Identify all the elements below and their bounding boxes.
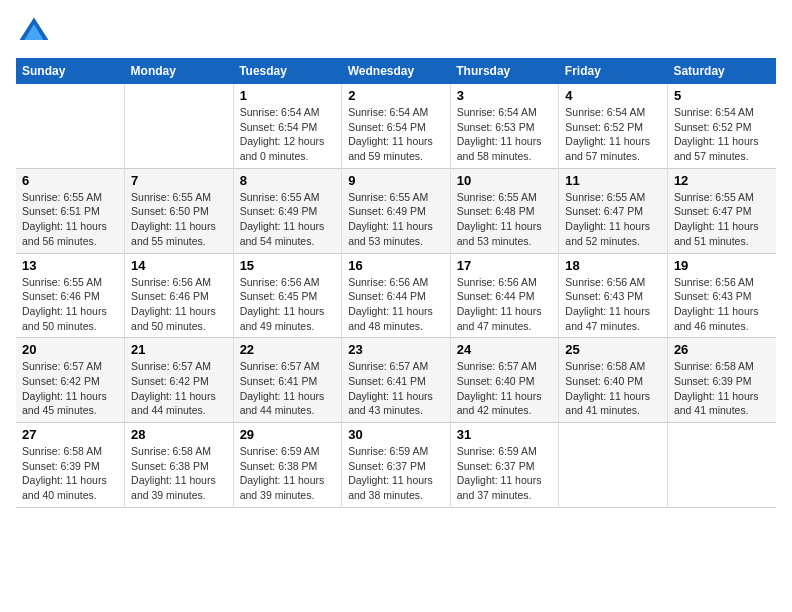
day-number: 12 [674, 173, 770, 188]
calendar-cell: 8Sunrise: 6:55 AM Sunset: 6:49 PM Daylig… [233, 168, 342, 253]
calendar-cell: 12Sunrise: 6:55 AM Sunset: 6:47 PM Dayli… [667, 168, 776, 253]
day-number: 2 [348, 88, 444, 103]
calendar-cell: 21Sunrise: 6:57 AM Sunset: 6:42 PM Dayli… [125, 338, 234, 423]
calendar-cell: 24Sunrise: 6:57 AM Sunset: 6:40 PM Dayli… [450, 338, 559, 423]
day-number: 25 [565, 342, 661, 357]
calendar-cell: 18Sunrise: 6:56 AM Sunset: 6:43 PM Dayli… [559, 253, 668, 338]
day-info: Sunrise: 6:58 AM Sunset: 6:39 PM Dayligh… [674, 359, 770, 418]
day-number: 8 [240, 173, 336, 188]
day-number: 1 [240, 88, 336, 103]
weekday-header-saturday: Saturday [667, 58, 776, 84]
day-number: 5 [674, 88, 770, 103]
day-info: Sunrise: 6:57 AM Sunset: 6:40 PM Dayligh… [457, 359, 553, 418]
calendar-cell: 20Sunrise: 6:57 AM Sunset: 6:42 PM Dayli… [16, 338, 125, 423]
day-number: 11 [565, 173, 661, 188]
day-info: Sunrise: 6:56 AM Sunset: 6:44 PM Dayligh… [457, 275, 553, 334]
day-info: Sunrise: 6:54 AM Sunset: 6:53 PM Dayligh… [457, 105, 553, 164]
day-number: 18 [565, 258, 661, 273]
calendar-cell: 1Sunrise: 6:54 AM Sunset: 6:54 PM Daylig… [233, 84, 342, 168]
day-info: Sunrise: 6:55 AM Sunset: 6:48 PM Dayligh… [457, 190, 553, 249]
calendar-week-5: 27Sunrise: 6:58 AM Sunset: 6:39 PM Dayli… [16, 423, 776, 508]
day-info: Sunrise: 6:56 AM Sunset: 6:44 PM Dayligh… [348, 275, 444, 334]
weekday-header-row: SundayMondayTuesdayWednesdayThursdayFrid… [16, 58, 776, 84]
weekday-header-wednesday: Wednesday [342, 58, 451, 84]
day-number: 14 [131, 258, 227, 273]
day-info: Sunrise: 6:55 AM Sunset: 6:49 PM Dayligh… [348, 190, 444, 249]
calendar-cell: 15Sunrise: 6:56 AM Sunset: 6:45 PM Dayli… [233, 253, 342, 338]
day-number: 9 [348, 173, 444, 188]
day-info: Sunrise: 6:56 AM Sunset: 6:46 PM Dayligh… [131, 275, 227, 334]
calendar-cell: 5Sunrise: 6:54 AM Sunset: 6:52 PM Daylig… [667, 84, 776, 168]
day-info: Sunrise: 6:58 AM Sunset: 6:38 PM Dayligh… [131, 444, 227, 503]
calendar-cell: 16Sunrise: 6:56 AM Sunset: 6:44 PM Dayli… [342, 253, 451, 338]
calendar-cell [16, 84, 125, 168]
calendar-cell: 7Sunrise: 6:55 AM Sunset: 6:50 PM Daylig… [125, 168, 234, 253]
day-info: Sunrise: 6:55 AM Sunset: 6:47 PM Dayligh… [674, 190, 770, 249]
day-info: Sunrise: 6:55 AM Sunset: 6:49 PM Dayligh… [240, 190, 336, 249]
calendar-cell: 9Sunrise: 6:55 AM Sunset: 6:49 PM Daylig… [342, 168, 451, 253]
calendar-cell: 26Sunrise: 6:58 AM Sunset: 6:39 PM Dayli… [667, 338, 776, 423]
calendar-header: SundayMondayTuesdayWednesdayThursdayFrid… [16, 58, 776, 84]
day-number: 15 [240, 258, 336, 273]
day-number: 26 [674, 342, 770, 357]
calendar-cell: 19Sunrise: 6:56 AM Sunset: 6:43 PM Dayli… [667, 253, 776, 338]
day-info: Sunrise: 6:55 AM Sunset: 6:51 PM Dayligh… [22, 190, 118, 249]
day-number: 19 [674, 258, 770, 273]
day-number: 10 [457, 173, 553, 188]
calendar-cell: 29Sunrise: 6:59 AM Sunset: 6:38 PM Dayli… [233, 423, 342, 508]
calendar-week-3: 13Sunrise: 6:55 AM Sunset: 6:46 PM Dayli… [16, 253, 776, 338]
day-number: 24 [457, 342, 553, 357]
calendar-cell: 17Sunrise: 6:56 AM Sunset: 6:44 PM Dayli… [450, 253, 559, 338]
calendar-cell: 10Sunrise: 6:55 AM Sunset: 6:48 PM Dayli… [450, 168, 559, 253]
calendar-week-2: 6Sunrise: 6:55 AM Sunset: 6:51 PM Daylig… [16, 168, 776, 253]
day-number: 16 [348, 258, 444, 273]
day-number: 20 [22, 342, 118, 357]
day-info: Sunrise: 6:57 AM Sunset: 6:42 PM Dayligh… [131, 359, 227, 418]
day-number: 17 [457, 258, 553, 273]
day-info: Sunrise: 6:57 AM Sunset: 6:42 PM Dayligh… [22, 359, 118, 418]
day-info: Sunrise: 6:54 AM Sunset: 6:52 PM Dayligh… [674, 105, 770, 164]
calendar-cell: 13Sunrise: 6:55 AM Sunset: 6:46 PM Dayli… [16, 253, 125, 338]
logo-icon [18, 16, 50, 48]
calendar-cell: 22Sunrise: 6:57 AM Sunset: 6:41 PM Dayli… [233, 338, 342, 423]
day-number: 4 [565, 88, 661, 103]
day-info: Sunrise: 6:55 AM Sunset: 6:47 PM Dayligh… [565, 190, 661, 249]
day-info: Sunrise: 6:59 AM Sunset: 6:37 PM Dayligh… [457, 444, 553, 503]
day-number: 27 [22, 427, 118, 442]
calendar-cell: 11Sunrise: 6:55 AM Sunset: 6:47 PM Dayli… [559, 168, 668, 253]
day-number: 30 [348, 427, 444, 442]
calendar-cell: 31Sunrise: 6:59 AM Sunset: 6:37 PM Dayli… [450, 423, 559, 508]
day-info: Sunrise: 6:57 AM Sunset: 6:41 PM Dayligh… [348, 359, 444, 418]
weekday-header-monday: Monday [125, 58, 234, 84]
calendar-table: SundayMondayTuesdayWednesdayThursdayFrid… [16, 58, 776, 508]
calendar-cell [125, 84, 234, 168]
calendar-cell: 6Sunrise: 6:55 AM Sunset: 6:51 PM Daylig… [16, 168, 125, 253]
calendar-cell: 25Sunrise: 6:58 AM Sunset: 6:40 PM Dayli… [559, 338, 668, 423]
day-number: 13 [22, 258, 118, 273]
calendar-cell [667, 423, 776, 508]
calendar-week-4: 20Sunrise: 6:57 AM Sunset: 6:42 PM Dayli… [16, 338, 776, 423]
day-number: 21 [131, 342, 227, 357]
day-number: 3 [457, 88, 553, 103]
day-info: Sunrise: 6:57 AM Sunset: 6:41 PM Dayligh… [240, 359, 336, 418]
day-info: Sunrise: 6:59 AM Sunset: 6:37 PM Dayligh… [348, 444, 444, 503]
calendar-cell: 3Sunrise: 6:54 AM Sunset: 6:53 PM Daylig… [450, 84, 559, 168]
weekday-header-friday: Friday [559, 58, 668, 84]
logo [16, 16, 50, 48]
calendar-cell: 14Sunrise: 6:56 AM Sunset: 6:46 PM Dayli… [125, 253, 234, 338]
day-number: 28 [131, 427, 227, 442]
day-number: 23 [348, 342, 444, 357]
calendar-cell: 2Sunrise: 6:54 AM Sunset: 6:54 PM Daylig… [342, 84, 451, 168]
day-info: Sunrise: 6:56 AM Sunset: 6:43 PM Dayligh… [565, 275, 661, 334]
day-number: 31 [457, 427, 553, 442]
calendar-week-1: 1Sunrise: 6:54 AM Sunset: 6:54 PM Daylig… [16, 84, 776, 168]
day-info: Sunrise: 6:58 AM Sunset: 6:40 PM Dayligh… [565, 359, 661, 418]
day-number: 29 [240, 427, 336, 442]
calendar-body: 1Sunrise: 6:54 AM Sunset: 6:54 PM Daylig… [16, 84, 776, 507]
day-info: Sunrise: 6:54 AM Sunset: 6:54 PM Dayligh… [348, 105, 444, 164]
day-info: Sunrise: 6:59 AM Sunset: 6:38 PM Dayligh… [240, 444, 336, 503]
page-header [16, 16, 776, 48]
weekday-header-thursday: Thursday [450, 58, 559, 84]
day-info: Sunrise: 6:56 AM Sunset: 6:43 PM Dayligh… [674, 275, 770, 334]
calendar-cell: 28Sunrise: 6:58 AM Sunset: 6:38 PM Dayli… [125, 423, 234, 508]
